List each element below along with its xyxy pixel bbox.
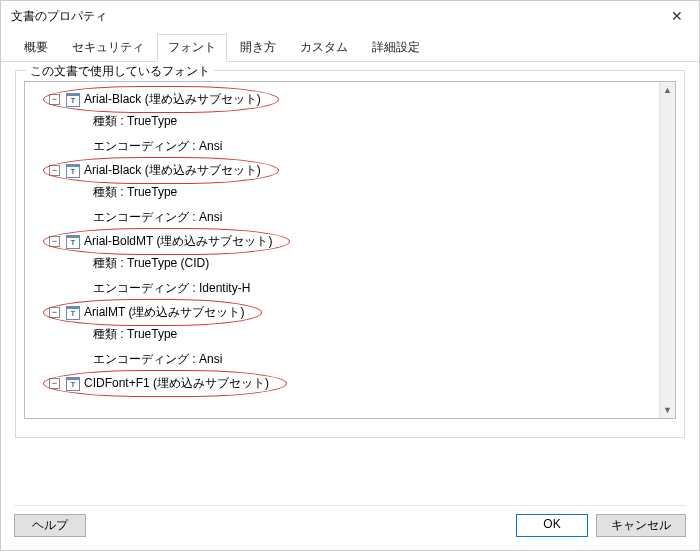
truetype-icon: T [66, 235, 80, 249]
font-encoding-label: エンコーディング : Ansi [93, 134, 671, 159]
vertical-scrollbar[interactable]: ▲ ▼ [659, 82, 675, 418]
font-name-label: Arial-Black (埋め込みサブセット) [84, 162, 261, 179]
font-row[interactable]: −TArial-BoldMT (埋め込みサブセット) [47, 232, 284, 251]
font-node: −TArial-BoldMT (埋め込みサブセット)種類 : TrueType … [47, 232, 671, 301]
groupbox-label: この文書で使用しているフォント [26, 63, 214, 80]
font-list-scroll: −TArial-Black (埋め込みサブセット)種類 : TrueTypeエン… [24, 81, 676, 419]
font-type-label: 種類 : TrueType [93, 322, 671, 347]
expand-collapse-icon[interactable]: − [49, 165, 60, 176]
truetype-icon: T [66, 377, 80, 391]
font-node: −TArialMT (埋め込みサブセット)種類 : TrueTypeエンコーディ… [47, 303, 671, 372]
tab-content: この文書で使用しているフォント −TArial-Black (埋め込みサブセット… [1, 62, 699, 438]
font-node: −TArial-Black (埋め込みサブセット)種類 : TrueTypeエン… [47, 90, 671, 159]
font-row[interactable]: −TArialMT (埋め込みサブセット) [47, 303, 256, 322]
font-details: 種類 : TrueTypeエンコーディング : Ansi [93, 180, 671, 230]
close-icon[interactable]: ✕ [665, 8, 689, 24]
fonts-groupbox: この文書で使用しているフォント −TArial-Black (埋め込みサブセット… [15, 70, 685, 438]
expand-collapse-icon[interactable]: − [49, 378, 60, 389]
font-details: 種類 : TrueType (CID)エンコーディング : Identity-H [93, 251, 671, 301]
font-encoding-label: エンコーディング : Ansi [93, 347, 671, 372]
window-title: 文書のプロパティ [11, 8, 107, 25]
dialog-button-row: ヘルプ OK キャンセル [14, 505, 686, 537]
font-name-label: Arial-BoldMT (埋め込みサブセット) [84, 233, 272, 250]
tab-1[interactable]: セキュリティ [61, 34, 155, 62]
tab-4[interactable]: カスタム [289, 34, 359, 62]
help-button[interactable]: ヘルプ [14, 514, 86, 537]
font-name-label: ArialMT (埋め込みサブセット) [84, 304, 244, 321]
cancel-button[interactable]: キャンセル [596, 514, 686, 537]
tab-strip: 概要セキュリティフォント開き方カスタム詳細設定 [1, 33, 699, 62]
font-tree: −TArial-Black (埋め込みサブセット)種類 : TrueTypeエン… [25, 82, 675, 403]
tab-3[interactable]: 開き方 [229, 34, 287, 62]
expand-collapse-icon[interactable]: − [49, 236, 60, 247]
tab-5[interactable]: 詳細設定 [361, 34, 431, 62]
font-type-label: 種類 : TrueType (CID) [93, 251, 671, 276]
font-node: −TCIDFont+F1 (埋め込みサブセット) [47, 374, 671, 393]
scroll-up-icon[interactable]: ▲ [660, 82, 675, 98]
truetype-icon: T [66, 306, 80, 320]
tab-2[interactable]: フォント [157, 34, 227, 62]
expand-collapse-icon[interactable]: − [49, 307, 60, 318]
truetype-icon: T [66, 93, 80, 107]
expand-collapse-icon[interactable]: − [49, 94, 60, 105]
font-row[interactable]: −TArial-Black (埋め込みサブセット) [47, 90, 273, 109]
font-details: 種類 : TrueTypeエンコーディング : Ansi [93, 109, 671, 159]
truetype-icon: T [66, 164, 80, 178]
font-name-label: CIDFont+F1 (埋め込みサブセット) [84, 375, 269, 392]
font-details: 種類 : TrueTypeエンコーディング : Ansi [93, 322, 671, 372]
titlebar: 文書のプロパティ ✕ [1, 1, 699, 31]
font-node: −TArial-Black (埋め込みサブセット)種類 : TrueTypeエン… [47, 161, 671, 230]
font-encoding-label: エンコーディング : Identity-H [93, 276, 671, 301]
font-encoding-label: エンコーディング : Ansi [93, 205, 671, 230]
tab-0[interactable]: 概要 [13, 34, 59, 62]
font-row[interactable]: −TCIDFont+F1 (埋め込みサブセット) [47, 374, 281, 393]
scroll-down-icon[interactable]: ▼ [660, 402, 675, 418]
font-name-label: Arial-Black (埋め込みサブセット) [84, 91, 261, 108]
font-type-label: 種類 : TrueType [93, 109, 671, 134]
ok-button[interactable]: OK [516, 514, 588, 537]
font-row[interactable]: −TArial-Black (埋め込みサブセット) [47, 161, 273, 180]
font-type-label: 種類 : TrueType [93, 180, 671, 205]
